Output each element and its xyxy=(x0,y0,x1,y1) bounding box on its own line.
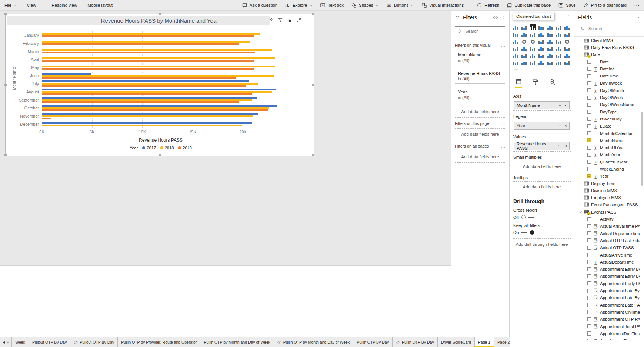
clustered-bar-chart-visual[interactable]: Revenue Hours PASS by MonthName and Year… xyxy=(5,14,314,156)
field-appointment-total-pass[interactable]: Appointment Total PASS xyxy=(578,323,640,330)
field-checkbox[interactable] xyxy=(587,303,591,307)
bar-2019-november[interactable] xyxy=(42,118,51,119)
toolbar-buttons[interactable]: Buttons xyxy=(386,3,414,8)
resize-handle[interactable] xyxy=(312,84,314,86)
field-chip-revenue-hours-pass[interactable]: Revenue Hours PASS× xyxy=(514,142,570,150)
field-chip-year[interactable]: Year× xyxy=(514,122,570,130)
spotlight-icon[interactable] xyxy=(287,17,292,23)
resize-handle[interactable] xyxy=(312,154,314,156)
field-checkbox[interactable] xyxy=(587,289,591,293)
page-tab-pullin-otp-by-month-and-day-of-week[interactable]: Pullin OTP by Month and Day of Week xyxy=(274,337,353,347)
field-datetime[interactable]: DateTime xyxy=(578,72,640,79)
field-monthyear[interactable]: ∑MonthYear xyxy=(578,151,640,158)
field-checkbox[interactable] xyxy=(587,88,591,92)
pin-icon[interactable] xyxy=(268,17,274,23)
clustered-bar-chart-icon[interactable] xyxy=(530,24,536,30)
field-actualarrivetime[interactable]: ActualArriveTime xyxy=(578,251,640,258)
field-appointmentearly[interactable]: ∑AppointmentEarly xyxy=(578,337,640,340)
filters-search[interactable] xyxy=(455,26,505,36)
resize-handle[interactable] xyxy=(4,154,7,156)
menu-item-reading-view[interactable]: Reading view xyxy=(51,3,77,7)
field-checkbox[interactable] xyxy=(587,153,591,157)
field-actualdeparttime[interactable]: ∑ActualDepartTime xyxy=(578,258,640,265)
power-apps-icon[interactable] xyxy=(513,60,519,65)
bar-2017-july[interactable] xyxy=(42,80,249,82)
table-daily-para-runs-pass[interactable]: Daily Para Runs PASS xyxy=(578,44,640,51)
menu-item-file[interactable]: File xyxy=(4,3,17,7)
scatter-chart-icon[interactable] xyxy=(513,39,519,44)
filled-map-icon[interactable] xyxy=(555,39,562,44)
bar-2019-september[interactable] xyxy=(42,101,239,103)
field-checkbox[interactable] xyxy=(587,131,591,135)
key-influencers-icon[interactable] xyxy=(521,53,527,58)
bar-2017-august[interactable] xyxy=(42,89,276,90)
field-checkbox[interactable] xyxy=(587,60,591,64)
azure-map-icon[interactable] xyxy=(530,60,536,65)
gauge-icon[interactable] xyxy=(564,39,570,44)
field-actual-arrival-time-pass[interactable]: Actual Arrival time PASS xyxy=(578,223,640,230)
multi-row-card-icon[interactable] xyxy=(521,46,527,51)
table-display-time[interactable]: Display Time xyxy=(578,180,640,187)
field-checkbox[interactable]: ✓ xyxy=(587,138,591,142)
waterfall-chart-icon[interactable] xyxy=(555,32,562,37)
page-tab-pullin-otp-by-day[interactable]: Pullin OTP By Day xyxy=(393,337,438,347)
remove-field-icon[interactable]: × xyxy=(564,103,567,108)
bar-2018-may[interactable] xyxy=(42,66,275,67)
next-page-arrow-icon[interactable]: ▶ xyxy=(7,341,9,344)
filter-dropzone[interactable]: Add data fields here xyxy=(455,106,505,118)
toolbar-shapes[interactable]: Shapes xyxy=(351,3,379,8)
filter-card-monthname[interactable]: MonthNameis (All) xyxy=(455,50,505,65)
page-tab-week[interactable]: Week xyxy=(11,337,29,347)
bar-2018-november[interactable] xyxy=(42,115,253,117)
field-checkbox[interactable] xyxy=(587,167,591,171)
toolbar-ask-a-question[interactable]: Ask a question xyxy=(242,3,277,8)
treemap-icon[interactable] xyxy=(538,39,544,44)
filter-dropzone[interactable]: Add data fields here xyxy=(455,128,505,140)
area-chart-icon[interactable] xyxy=(513,32,519,37)
r-script-visual-icon[interactable] xyxy=(564,46,570,51)
field-dayofweekname[interactable]: DayOfWeekName xyxy=(578,101,640,108)
table-employee-mms[interactable]: Employee MMS xyxy=(578,194,640,201)
field-appointment-late-by-pass[interactable]: Appointment Late By PASS xyxy=(578,294,640,301)
field-appointment-ontime-pa-[interactable]: Appointment OnTime PA… xyxy=(578,308,640,315)
fields-search-input[interactable] xyxy=(588,26,638,31)
field-isweekday[interactable]: ∑IsWeekDay xyxy=(578,115,640,122)
matrix-icon[interactable] xyxy=(555,46,562,51)
tab-fields[interactable] xyxy=(515,79,522,88)
page-tab-page-1[interactable]: Page 1 xyxy=(475,337,494,347)
paginated-report-icon[interactable] xyxy=(555,53,562,58)
field-checkbox[interactable] xyxy=(587,260,591,264)
field-actual-otp-last-7-days-p-[interactable]: Actual OTP Last 7 days P… xyxy=(578,237,640,244)
100-stacked-bar-chart-icon[interactable] xyxy=(547,24,553,30)
field-checkbox[interactable] xyxy=(587,310,591,314)
field-activity[interactable]: Activity xyxy=(578,215,640,222)
arcgis-map-icon[interactable] xyxy=(564,53,570,58)
remove-field-icon[interactable]: × xyxy=(564,123,567,128)
bar-2018-september[interactable] xyxy=(42,99,252,101)
power-automate-icon[interactable] xyxy=(521,60,527,65)
field-checkbox[interactable] xyxy=(587,238,591,242)
kpi-icon[interactable] xyxy=(530,46,536,51)
field-dayinweek[interactable]: ∑DayInWeek xyxy=(578,80,640,87)
bar-2019-march[interactable] xyxy=(42,52,255,53)
page-tab-pullout-otp-by-day[interactable]: Pullout OTP By Day xyxy=(29,337,70,347)
focus-mode-icon[interactable] xyxy=(296,17,301,23)
field-daytype[interactable]: DayType xyxy=(578,108,640,115)
field-checkbox[interactable] xyxy=(587,74,591,78)
table-division-mms[interactable]: Division MMS xyxy=(578,187,640,194)
pie-chart-icon[interactable] xyxy=(521,39,527,44)
field-appointment-late-by-mi-[interactable]: Appointment Late By Mi… xyxy=(578,287,640,294)
collapse-visualizations-icon[interactable] xyxy=(566,14,571,19)
field-checkbox[interactable]: ✓ xyxy=(587,174,591,178)
toolbar-text-box[interactable]: AText box xyxy=(320,3,344,8)
clustered-column-chart-icon[interactable] xyxy=(538,24,544,30)
toolbar-visual-interactions[interactable]: Visual interactions xyxy=(421,3,469,8)
field-checkbox[interactable] xyxy=(587,267,591,271)
field-checkbox[interactable] xyxy=(587,96,591,100)
field-checkbox[interactable] xyxy=(587,317,591,321)
page-tab-pullin-otp-by-day[interactable]: Pullin OTP By Day xyxy=(353,337,393,347)
field-checkbox[interactable] xyxy=(587,103,591,107)
filter-dropzone[interactable]: Add data fields here xyxy=(455,151,505,163)
field-appointment-early-by-mi-[interactable]: Appointment Early By Mi… xyxy=(578,266,640,273)
field-monthincalendar[interactable]: MonthInCalendar xyxy=(578,130,640,137)
